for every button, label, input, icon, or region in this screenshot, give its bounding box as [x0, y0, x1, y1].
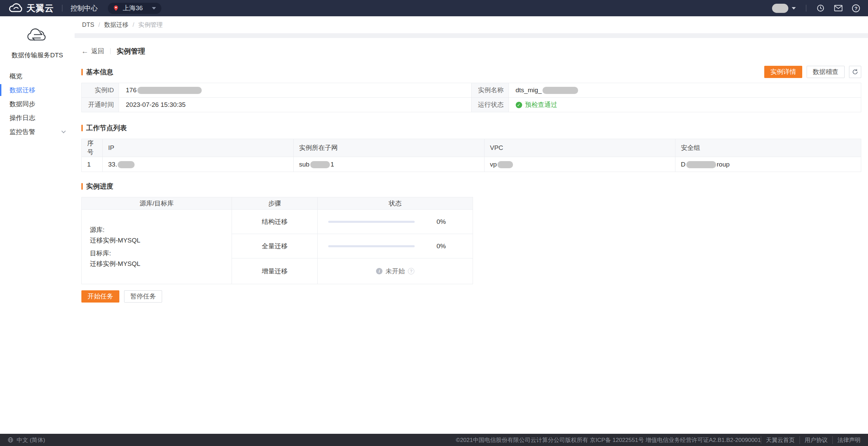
sidebar: 数据传输服务DTS 概览 数据迁移 数据同步 操作日志 监控告警: [0, 16, 75, 434]
basic-info-actions: 实例详情 数据稽查: [764, 66, 861, 78]
instance-name-label: 实例名称: [471, 83, 509, 98]
source-db-label: 源库:: [90, 225, 225, 235]
pause-task-button[interactable]: 暂停任务: [124, 290, 162, 303]
section-accent-bar: [81, 125, 83, 131]
sidebar-item-label: 监控告警: [9, 128, 35, 136]
sg-text-suffix: roup: [717, 161, 730, 168]
progress-percent: 0%: [427, 243, 446, 250]
worker-nodes-section-header: 工作节点列表: [81, 122, 861, 134]
cell-security-group: Droup: [675, 157, 861, 172]
progress-title: 实例进度: [86, 182, 113, 191]
start-task-button[interactable]: 开始任务: [81, 290, 119, 303]
breadcrumb: DTS / 数据迁移 / 实例管理: [75, 16, 868, 33]
worker-nodes-title: 工作节点列表: [86, 123, 127, 133]
avatar: [772, 4, 788, 13]
col-seq: 序号: [82, 139, 103, 157]
cell-subnet: sub1: [294, 157, 485, 172]
target-db-label: 目标库:: [90, 248, 225, 258]
sidebar-item-label: 数据迁移: [9, 86, 35, 95]
task-actions: 开始任务 暂停任务: [81, 290, 861, 303]
dts-service-icon: [26, 28, 49, 46]
question-circle-icon[interactable]: ?: [408, 268, 414, 274]
location-pin-icon: [113, 5, 119, 11]
console-center-link[interactable]: 控制中心: [71, 4, 98, 13]
cell-step-incremental: 增量迁移: [232, 258, 318, 284]
cell-status-full: 0%: [318, 234, 473, 258]
redaction-blob: [497, 161, 513, 168]
sidebar-service-title: 数据传输服务DTS: [0, 51, 75, 60]
instance-id-label: 实例ID: [82, 83, 119, 98]
cell-ip: 33.: [103, 157, 294, 172]
not-started-text: 未开始: [386, 267, 405, 276]
sidebar-item-operation-log[interactable]: 操作日志: [0, 111, 75, 125]
col-status: 状态: [318, 197, 473, 210]
breadcrumb-separator: /: [98, 21, 100, 28]
instance-id-text: 176: [126, 86, 137, 94]
instance-detail-button[interactable]: 实例详情: [764, 66, 802, 78]
content-card: ← 返回 实例管理 基本信息 实例详情 数据稽查: [75, 38, 868, 434]
account-menu[interactable]: [772, 4, 796, 13]
vpc-text: vp: [490, 161, 497, 168]
account-caret-icon: [792, 7, 796, 9]
info-circle-icon: i: [376, 268, 382, 274]
region-selector[interactable]: 上海36: [108, 3, 161, 14]
col-subnet: 实例所在子网: [294, 139, 485, 157]
title-divider: [110, 48, 111, 54]
status-text: 预检查通过: [525, 100, 557, 109]
not-started-status: i 未开始 ?: [318, 267, 472, 276]
open-time-value: 2023-07-26 15:30:35: [119, 98, 472, 112]
cell-status-structure: 0%: [318, 210, 473, 234]
target-db-value: 迁移实例-MYSQL: [90, 258, 225, 269]
main: DTS / 数据迁移 / 实例管理 ← 返回 实例管理: [75, 16, 868, 434]
brand-name: 天翼云: [26, 2, 54, 14]
col-ip: IP: [103, 139, 294, 157]
footer-link-home[interactable]: 天翼云首页: [761, 436, 800, 444]
copyright-text: ©2021中国电信股份有限公司云计算分公司版权所有 京ICP备 12022551…: [456, 436, 761, 444]
page: 天翼云 控制中心 上海36: [0, 0, 868, 446]
progress-bar-row: 0%: [318, 218, 472, 226]
breadcrumb-dts[interactable]: DTS: [82, 21, 94, 28]
source-db: 源库: 迁移实例-MYSQL: [90, 225, 225, 246]
table-header-row: 序号 IP 实例所在子网 VPC 安全组: [82, 139, 861, 157]
topbar: 天翼云 控制中心 上海36: [0, 0, 868, 16]
sidebar-menu: 概览 数据迁移 数据同步 操作日志 监控告警: [0, 69, 75, 139]
region-caret-icon: [152, 7, 156, 9]
data-audit-button[interactable]: 数据稽查: [807, 66, 845, 78]
basic-info-title: 基本信息: [86, 67, 113, 77]
language-selector[interactable]: 中文 (简体): [7, 436, 45, 444]
spacer-band: [75, 33, 868, 38]
redaction-blob: [310, 161, 330, 168]
open-time-label: 开通时间: [82, 98, 119, 112]
cell-step-structure: 结构迁移: [232, 210, 318, 234]
cell-db-info: 源库: 迁移实例-MYSQL 目标库: 迁移实例-MYSQL: [82, 210, 232, 284]
subnet-text: sub: [299, 161, 310, 168]
col-vpc: VPC: [485, 139, 675, 157]
progress-track: [328, 221, 415, 223]
sidebar-item-overview[interactable]: 概览: [0, 69, 75, 83]
redaction-blob: [137, 87, 202, 94]
topbar-divider: [62, 5, 62, 12]
sidebar-item-monitor-alarm[interactable]: 监控告警: [0, 125, 75, 139]
brand-logo[interactable]: 天翼云: [8, 2, 54, 14]
footer-right: ©2021中国电信股份有限公司云计算分公司版权所有 京ICP备 12022551…: [456, 436, 861, 444]
mail-icon[interactable]: [834, 5, 843, 12]
sidebar-item-data-sync[interactable]: 数据同步: [0, 97, 75, 111]
instance-name-value: dts_mig_: [509, 83, 861, 98]
col-source-target-db: 源库/目标库: [82, 197, 232, 210]
breadcrumb-current: 实例管理: [138, 21, 163, 29]
help-icon[interactable]: ?: [852, 4, 860, 12]
breadcrumb-data-migration[interactable]: 数据迁移: [104, 21, 129, 29]
footer-link-agreement[interactable]: 用户协议: [800, 436, 832, 444]
clock-icon[interactable]: [816, 4, 825, 12]
refresh-button[interactable]: [849, 66, 861, 78]
sidebar-item-data-migration[interactable]: 数据迁移: [0, 83, 75, 97]
footer-link-legal[interactable]: 法律声明: [832, 436, 861, 444]
table-row: 源库: 迁移实例-MYSQL 目标库: 迁移实例-MYSQL 结构迁移: [82, 210, 473, 234]
progress-section-header: 实例进度: [81, 180, 861, 192]
status-badge: ✓ 预检查通过: [516, 100, 557, 109]
worker-nodes-table: 序号 IP 实例所在子网 VPC 安全组 1 33. sub1: [81, 139, 861, 172]
back-button[interactable]: ← 返回: [81, 47, 104, 56]
cell-seq: 1: [82, 157, 103, 172]
topbar-right-divider: [806, 5, 806, 12]
section-accent-bar: [81, 69, 83, 75]
